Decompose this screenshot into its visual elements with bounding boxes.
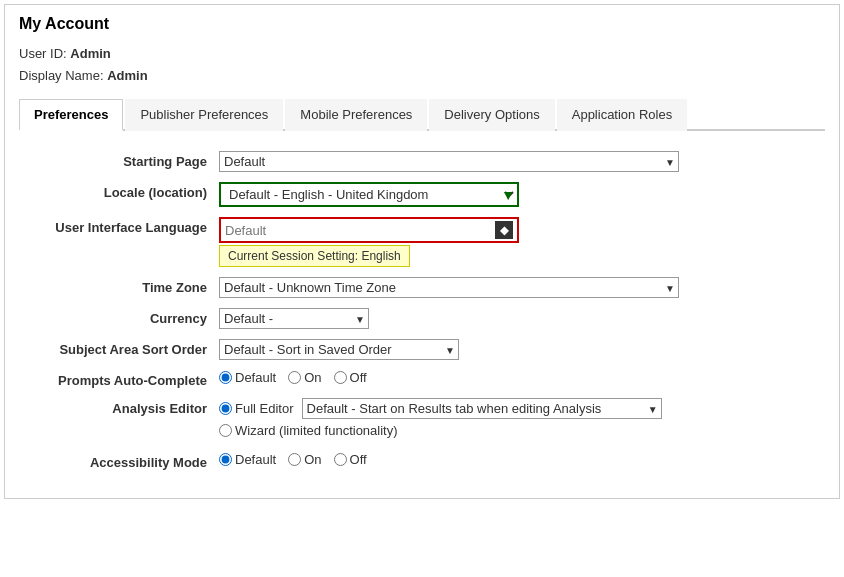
accessibility-default-option[interactable]: Default: [219, 452, 276, 467]
analysis-full-editor-label: Full Editor: [235, 401, 294, 416]
starting-page-dropdown-wrap: Default ▼: [219, 151, 679, 172]
analysis-editor-label: Analysis Editor: [19, 398, 219, 416]
analysis-editor-control: Full Editor Default - Start on Results t…: [219, 398, 825, 442]
starting-page-row: Starting Page Default ▼: [19, 151, 825, 172]
prompts-off-radio[interactable]: [334, 371, 347, 384]
accessibility-default-label: Default: [235, 452, 276, 467]
accessibility-on-label: On: [304, 452, 321, 467]
accessibility-off-option[interactable]: Off: [334, 452, 367, 467]
time-zone-control: Default - Unknown Time Zone ▼: [219, 277, 825, 298]
analysis-wizard-option[interactable]: Wizard (limited functionality): [219, 423, 398, 438]
tab-application-roles[interactable]: Application Roles: [557, 99, 687, 131]
tabs-container: Preferences Publisher Preferences Mobile…: [19, 97, 825, 131]
ui-language-control: ◆ Current Session Setting: English: [219, 217, 825, 267]
ui-language-row: User Interface Language ◆ Current Sessio…: [19, 217, 825, 267]
accessibility-on-option[interactable]: On: [288, 452, 321, 467]
ui-language-field[interactable]: ◆: [219, 217, 519, 243]
locale-select[interactable]: Default - English - United Kingdom: [219, 182, 519, 207]
analysis-editor-dropdown-wrap: Default - Start on Results tab when edit…: [302, 398, 662, 419]
display-name-value: Admin: [107, 68, 147, 83]
analysis-full-editor-radio[interactable]: [219, 402, 232, 415]
subject-area-select[interactable]: Default - Sort in Saved Order: [219, 339, 459, 360]
prompts-autocomplete-radio-group: Default On Off: [219, 370, 367, 385]
prompts-autocomplete-row: Prompts Auto-Complete Default On Off: [19, 370, 825, 388]
subject-area-control: Default - Sort in Saved Order ▼: [219, 339, 825, 360]
user-id-label: User ID:: [19, 46, 67, 61]
subject-area-dropdown-wrap: Default - Sort in Saved Order ▼: [219, 339, 459, 360]
time-zone-select[interactable]: Default - Unknown Time Zone: [219, 277, 679, 298]
tab-preferences[interactable]: Preferences: [19, 99, 123, 131]
currency-label: Currency: [19, 308, 219, 326]
analysis-editor-select[interactable]: Default - Start on Results tab when edit…: [302, 398, 662, 419]
accessibility-default-radio[interactable]: [219, 453, 232, 466]
accessibility-mode-radio-group: Default On Off: [219, 452, 367, 467]
tab-mobile-preferences[interactable]: Mobile Preferences: [285, 99, 427, 131]
tab-publisher-preferences[interactable]: Publisher Preferences: [125, 99, 283, 131]
analysis-wizard-radio[interactable]: [219, 424, 232, 437]
accessibility-mode-label: Accessibility Mode: [19, 452, 219, 470]
preferences-form: Starting Page Default ▼ Locale (location…: [19, 147, 825, 484]
starting-page-control: Default ▼: [219, 151, 825, 172]
currency-dropdown-wrap: Default - ▼: [219, 308, 369, 329]
time-zone-label: Time Zone: [19, 277, 219, 295]
locale-label: Locale (location): [19, 182, 219, 200]
info-icon[interactable]: ◆: [495, 221, 513, 239]
starting-page-label: Starting Page: [19, 151, 219, 169]
locale-dropdown-wrap: Default - English - United Kingdom ▼: [219, 182, 519, 207]
prompts-default-option[interactable]: Default: [219, 370, 276, 385]
display-name-label: Display Name:: [19, 68, 104, 83]
prompts-on-radio[interactable]: [288, 371, 301, 384]
prompts-on-label: On: [304, 370, 321, 385]
prompts-off-label: Off: [350, 370, 367, 385]
accessibility-on-radio[interactable]: [288, 453, 301, 466]
currency-select[interactable]: Default -: [219, 308, 369, 329]
prompts-autocomplete-label: Prompts Auto-Complete: [19, 370, 219, 388]
page-title: My Account: [19, 15, 825, 33]
prompts-on-option[interactable]: On: [288, 370, 321, 385]
ui-language-input[interactable]: [225, 223, 495, 238]
locale-row: Locale (location) Default - English - Un…: [19, 182, 825, 207]
display-name-row: Display Name: Admin: [19, 65, 825, 87]
time-zone-dropdown-wrap: Default - Unknown Time Zone ▼: [219, 277, 679, 298]
user-info: User ID: Admin Display Name: Admin: [19, 43, 825, 87]
time-zone-row: Time Zone Default - Unknown Time Zone ▼: [19, 277, 825, 298]
analysis-wizard-label: Wizard (limited functionality): [235, 423, 398, 438]
ui-language-tooltip: Current Session Setting: English: [219, 245, 410, 267]
currency-row: Currency Default - ▼: [19, 308, 825, 329]
currency-control: Default - ▼: [219, 308, 825, 329]
analysis-full-editor-option[interactable]: Full Editor: [219, 401, 294, 416]
ui-language-label: User Interface Language: [19, 217, 219, 235]
subject-area-label: Subject Area Sort Order: [19, 339, 219, 357]
accessibility-off-label: Off: [350, 452, 367, 467]
analysis-editor-row: Analysis Editor Full Editor Default - St…: [19, 398, 825, 442]
analysis-editor-full-row: Full Editor Default - Start on Results t…: [219, 398, 662, 419]
user-id-row: User ID: Admin: [19, 43, 825, 65]
accessibility-off-radio[interactable]: [334, 453, 347, 466]
user-id-value: Admin: [70, 46, 110, 61]
accessibility-mode-row: Accessibility Mode Default On Off: [19, 452, 825, 470]
page-container: My Account User ID: Admin Display Name: …: [4, 4, 840, 499]
locale-control: Default - English - United Kingdom ▼: [219, 182, 825, 207]
prompts-off-option[interactable]: Off: [334, 370, 367, 385]
prompts-default-radio[interactable]: [219, 371, 232, 384]
analysis-editor-wizard-row: Wizard (limited functionality): [219, 423, 398, 438]
subject-area-row: Subject Area Sort Order Default - Sort i…: [19, 339, 825, 360]
prompts-default-label: Default: [235, 370, 276, 385]
starting-page-select[interactable]: Default: [219, 151, 679, 172]
tab-delivery-options[interactable]: Delivery Options: [429, 99, 554, 131]
prompts-autocomplete-control: Default On Off: [219, 370, 825, 385]
accessibility-mode-control: Default On Off: [219, 452, 825, 467]
